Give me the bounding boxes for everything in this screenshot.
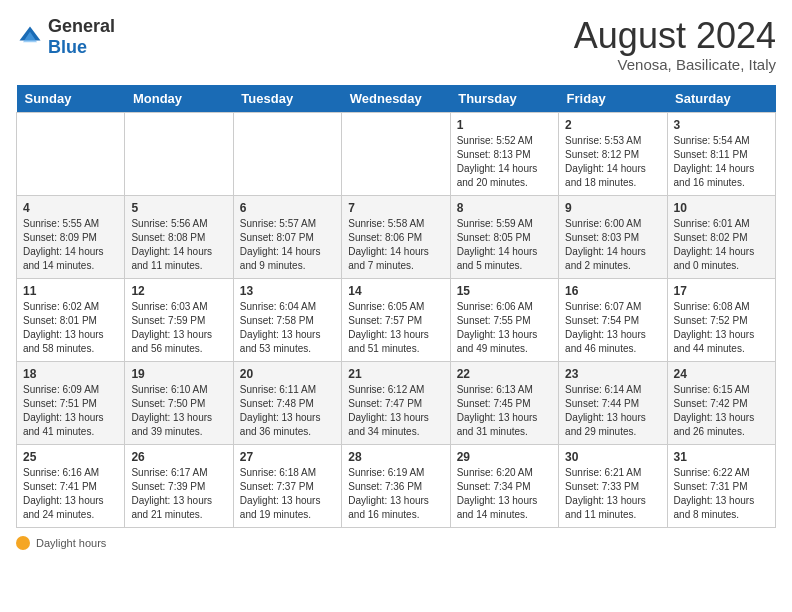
day-number: 13 (240, 284, 335, 298)
day-info: Sunrise: 6:09 AM Sunset: 7:51 PM Dayligh… (23, 383, 118, 439)
day-info: Sunrise: 6:08 AM Sunset: 7:52 PM Dayligh… (674, 300, 769, 356)
calendar-cell: 3Sunrise: 5:54 AM Sunset: 8:11 PM Daylig… (667, 112, 775, 195)
day-number: 3 (674, 118, 769, 132)
calendar-cell: 21Sunrise: 6:12 AM Sunset: 7:47 PM Dayli… (342, 361, 450, 444)
calendar-title: August 2024 (574, 16, 776, 56)
calendar-cell (17, 112, 125, 195)
calendar-cell (342, 112, 450, 195)
calendar-cell: 7Sunrise: 5:58 AM Sunset: 8:06 PM Daylig… (342, 195, 450, 278)
calendar-cell: 22Sunrise: 6:13 AM Sunset: 7:45 PM Dayli… (450, 361, 558, 444)
day-info: Sunrise: 5:57 AM Sunset: 8:07 PM Dayligh… (240, 217, 335, 273)
calendar-cell: 27Sunrise: 6:18 AM Sunset: 7:37 PM Dayli… (233, 444, 341, 527)
day-info: Sunrise: 6:01 AM Sunset: 8:02 PM Dayligh… (674, 217, 769, 273)
day-number: 7 (348, 201, 443, 215)
footer-note: Daylight hours (16, 536, 776, 550)
day-info: Sunrise: 6:05 AM Sunset: 7:57 PM Dayligh… (348, 300, 443, 356)
calendar-cell: 10Sunrise: 6:01 AM Sunset: 8:02 PM Dayli… (667, 195, 775, 278)
day-info: Sunrise: 5:56 AM Sunset: 8:08 PM Dayligh… (131, 217, 226, 273)
calendar-cell: 28Sunrise: 6:19 AM Sunset: 7:36 PM Dayli… (342, 444, 450, 527)
calendar-cell: 12Sunrise: 6:03 AM Sunset: 7:59 PM Dayli… (125, 278, 233, 361)
day-info: Sunrise: 6:00 AM Sunset: 8:03 PM Dayligh… (565, 217, 660, 273)
day-number: 16 (565, 284, 660, 298)
calendar-cell: 30Sunrise: 6:21 AM Sunset: 7:33 PM Dayli… (559, 444, 667, 527)
day-number: 22 (457, 367, 552, 381)
calendar-week-1: 1Sunrise: 5:52 AM Sunset: 8:13 PM Daylig… (17, 112, 776, 195)
day-number: 1 (457, 118, 552, 132)
day-info: Sunrise: 5:59 AM Sunset: 8:05 PM Dayligh… (457, 217, 552, 273)
title-area: August 2024 Venosa, Basilicate, Italy (574, 16, 776, 73)
calendar-subtitle: Venosa, Basilicate, Italy (574, 56, 776, 73)
day-number: 31 (674, 450, 769, 464)
day-info: Sunrise: 6:15 AM Sunset: 7:42 PM Dayligh… (674, 383, 769, 439)
day-number: 21 (348, 367, 443, 381)
day-info: Sunrise: 6:18 AM Sunset: 7:37 PM Dayligh… (240, 466, 335, 522)
logo: General Blue (16, 16, 115, 58)
calendar-cell: 29Sunrise: 6:20 AM Sunset: 7:34 PM Dayli… (450, 444, 558, 527)
day-number: 19 (131, 367, 226, 381)
day-number: 2 (565, 118, 660, 132)
day-info: Sunrise: 6:12 AM Sunset: 7:47 PM Dayligh… (348, 383, 443, 439)
calendar-cell (233, 112, 341, 195)
day-number: 29 (457, 450, 552, 464)
day-info: Sunrise: 6:22 AM Sunset: 7:31 PM Dayligh… (674, 466, 769, 522)
calendar-cell: 15Sunrise: 6:06 AM Sunset: 7:55 PM Dayli… (450, 278, 558, 361)
logo-text-blue: Blue (48, 37, 87, 57)
day-number: 20 (240, 367, 335, 381)
day-number: 11 (23, 284, 118, 298)
footer-label: Daylight hours (36, 537, 106, 549)
day-info: Sunrise: 5:53 AM Sunset: 8:12 PM Dayligh… (565, 134, 660, 190)
day-header-tuesday: Tuesday (233, 85, 341, 113)
calendar-week-4: 18Sunrise: 6:09 AM Sunset: 7:51 PM Dayli… (17, 361, 776, 444)
calendar-cell: 23Sunrise: 6:14 AM Sunset: 7:44 PM Dayli… (559, 361, 667, 444)
day-number: 6 (240, 201, 335, 215)
day-number: 5 (131, 201, 226, 215)
header: General Blue August 2024 Venosa, Basilic… (16, 16, 776, 73)
calendar-cell: 6Sunrise: 5:57 AM Sunset: 8:07 PM Daylig… (233, 195, 341, 278)
logo-text-general: General (48, 16, 115, 36)
day-info: Sunrise: 5:58 AM Sunset: 8:06 PM Dayligh… (348, 217, 443, 273)
calendar-cell: 17Sunrise: 6:08 AM Sunset: 7:52 PM Dayli… (667, 278, 775, 361)
day-info: Sunrise: 5:54 AM Sunset: 8:11 PM Dayligh… (674, 134, 769, 190)
day-info: Sunrise: 6:04 AM Sunset: 7:58 PM Dayligh… (240, 300, 335, 356)
day-info: Sunrise: 5:52 AM Sunset: 8:13 PM Dayligh… (457, 134, 552, 190)
calendar-cell: 9Sunrise: 6:00 AM Sunset: 8:03 PM Daylig… (559, 195, 667, 278)
day-number: 25 (23, 450, 118, 464)
calendar-table: SundayMondayTuesdayWednesdayThursdayFrid… (16, 85, 776, 528)
calendar-cell: 11Sunrise: 6:02 AM Sunset: 8:01 PM Dayli… (17, 278, 125, 361)
day-number: 28 (348, 450, 443, 464)
calendar-cell: 25Sunrise: 6:16 AM Sunset: 7:41 PM Dayli… (17, 444, 125, 527)
calendar-cell: 13Sunrise: 6:04 AM Sunset: 7:58 PM Dayli… (233, 278, 341, 361)
calendar-cell: 26Sunrise: 6:17 AM Sunset: 7:39 PM Dayli… (125, 444, 233, 527)
day-number: 24 (674, 367, 769, 381)
day-number: 4 (23, 201, 118, 215)
calendar-cell: 5Sunrise: 5:56 AM Sunset: 8:08 PM Daylig… (125, 195, 233, 278)
calendar-cell: 18Sunrise: 6:09 AM Sunset: 7:51 PM Dayli… (17, 361, 125, 444)
day-number: 17 (674, 284, 769, 298)
day-header-wednesday: Wednesday (342, 85, 450, 113)
calendar-week-5: 25Sunrise: 6:16 AM Sunset: 7:41 PM Dayli… (17, 444, 776, 527)
day-info: Sunrise: 6:11 AM Sunset: 7:48 PM Dayligh… (240, 383, 335, 439)
day-info: Sunrise: 6:03 AM Sunset: 7:59 PM Dayligh… (131, 300, 226, 356)
logo-icon (16, 23, 44, 51)
day-number: 18 (23, 367, 118, 381)
day-info: Sunrise: 6:21 AM Sunset: 7:33 PM Dayligh… (565, 466, 660, 522)
calendar-week-3: 11Sunrise: 6:02 AM Sunset: 8:01 PM Dayli… (17, 278, 776, 361)
day-number: 8 (457, 201, 552, 215)
day-info: Sunrise: 6:07 AM Sunset: 7:54 PM Dayligh… (565, 300, 660, 356)
day-info: Sunrise: 5:55 AM Sunset: 8:09 PM Dayligh… (23, 217, 118, 273)
calendar-cell: 16Sunrise: 6:07 AM Sunset: 7:54 PM Dayli… (559, 278, 667, 361)
day-info: Sunrise: 6:20 AM Sunset: 7:34 PM Dayligh… (457, 466, 552, 522)
calendar-cell (125, 112, 233, 195)
day-info: Sunrise: 6:10 AM Sunset: 7:50 PM Dayligh… (131, 383, 226, 439)
day-number: 15 (457, 284, 552, 298)
day-info: Sunrise: 6:14 AM Sunset: 7:44 PM Dayligh… (565, 383, 660, 439)
day-info: Sunrise: 6:17 AM Sunset: 7:39 PM Dayligh… (131, 466, 226, 522)
calendar-cell: 2Sunrise: 5:53 AM Sunset: 8:12 PM Daylig… (559, 112, 667, 195)
calendar-header: SundayMondayTuesdayWednesdayThursdayFrid… (17, 85, 776, 113)
day-header-thursday: Thursday (450, 85, 558, 113)
day-info: Sunrise: 6:06 AM Sunset: 7:55 PM Dayligh… (457, 300, 552, 356)
day-number: 10 (674, 201, 769, 215)
calendar-cell: 19Sunrise: 6:10 AM Sunset: 7:50 PM Dayli… (125, 361, 233, 444)
calendar-week-2: 4Sunrise: 5:55 AM Sunset: 8:09 PM Daylig… (17, 195, 776, 278)
day-header-monday: Monday (125, 85, 233, 113)
